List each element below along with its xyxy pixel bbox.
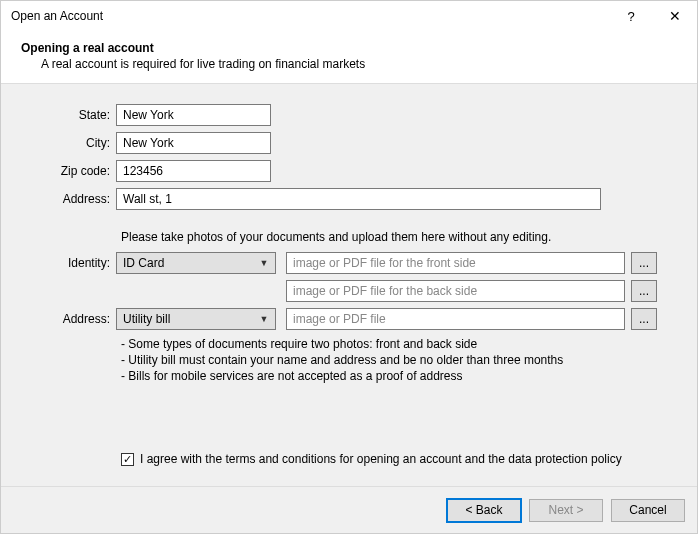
back-button[interactable]: < Back	[447, 499, 521, 522]
next-button[interactable]: Next >	[529, 499, 603, 522]
zip-input[interactable]	[116, 160, 271, 182]
address-doc-browse-button[interactable]: ...	[631, 308, 657, 330]
state-input[interactable]	[116, 104, 271, 126]
zip-label: Zip code:	[41, 164, 116, 178]
form-body: State: City: Zip code: Address: Please t…	[1, 83, 697, 487]
chevron-down-icon: ▼	[259, 314, 269, 324]
docs-notes: - Some types of documents require two ph…	[121, 336, 657, 385]
docs-note-1: - Some types of documents require two ph…	[121, 336, 657, 352]
identity-back-browse-button[interactable]: ...	[631, 280, 657, 302]
cancel-button[interactable]: Cancel	[611, 499, 685, 522]
agree-label: I agree with the terms and conditions fo…	[140, 452, 622, 466]
check-icon: ✓	[123, 454, 132, 465]
chevron-down-icon: ▼	[259, 258, 269, 268]
help-button[interactable]: ?	[609, 1, 653, 31]
address-doc-select[interactable]: Utility bill ▼	[116, 308, 276, 330]
titlebar: Open an Account ? ✕	[1, 1, 697, 31]
city-input[interactable]	[116, 132, 271, 154]
state-label: State:	[41, 108, 116, 122]
identity-front-browse-button[interactable]: ...	[631, 252, 657, 274]
address-doc-label: Address:	[41, 312, 116, 326]
identity-select[interactable]: ID Card ▼	[116, 252, 276, 274]
city-label: City:	[41, 136, 116, 150]
identity-label: Identity:	[41, 256, 116, 270]
agree-row: ✓ I agree with the terms and conditions …	[121, 452, 622, 466]
dialog-window: Open an Account ? ✕ Opening a real accou…	[0, 0, 698, 534]
address-input[interactable]	[116, 188, 601, 210]
close-button[interactable]: ✕	[653, 1, 697, 31]
address-label: Address:	[41, 192, 116, 206]
address-doc-file-input[interactable]: image or PDF file	[286, 308, 625, 330]
identity-back-file-input[interactable]: image or PDF file for the back side	[286, 280, 625, 302]
window-title: Open an Account	[11, 9, 609, 23]
footer: < Back Next > Cancel	[1, 487, 697, 533]
agree-checkbox[interactable]: ✓	[121, 453, 134, 466]
address-doc-select-value: Utility bill	[123, 312, 259, 326]
docs-instruction: Please take photos of your documents and…	[121, 230, 657, 244]
identity-front-file-input[interactable]: image or PDF file for the front side	[286, 252, 625, 274]
page-subtitle: A real account is required for live trad…	[21, 57, 677, 71]
docs-note-3: - Bills for mobile services are not acce…	[121, 368, 657, 384]
header: Opening a real account A real account is…	[1, 31, 697, 83]
docs-note-2: - Utility bill must contain your name an…	[121, 352, 657, 368]
page-title: Opening a real account	[21, 41, 677, 55]
identity-select-value: ID Card	[123, 256, 259, 270]
